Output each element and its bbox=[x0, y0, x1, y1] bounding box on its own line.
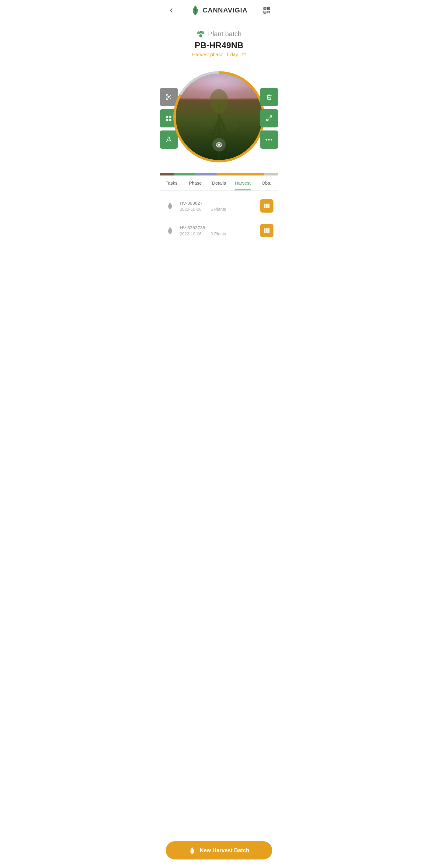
harvest-info-1: HV-383627 2022-10-06 5 Plants bbox=[180, 200, 256, 212]
expand-button[interactable] bbox=[260, 109, 278, 127]
svg-rect-6 bbox=[269, 12, 270, 13]
harvest-action-button-1[interactable] bbox=[260, 199, 274, 213]
harvest-leaf-icon-2 bbox=[164, 225, 176, 236]
more-button[interactable]: ••• bbox=[260, 130, 278, 149]
svg-point-13 bbox=[199, 31, 202, 33]
svg-rect-38 bbox=[269, 204, 270, 208]
more-dots-icon: ••• bbox=[265, 136, 273, 143]
svg-rect-20 bbox=[169, 116, 171, 118]
svg-point-12 bbox=[199, 34, 202, 37]
svg-rect-5 bbox=[268, 12, 268, 13]
flask-icon bbox=[165, 136, 172, 143]
harvest-item-1: HV-383627 2022-10-06 5 Plants bbox=[160, 194, 278, 218]
logo-leaf-icon bbox=[190, 5, 200, 16]
tab-harvest[interactable]: Harvest bbox=[231, 176, 255, 190]
plant-batch-icon bbox=[196, 30, 205, 38]
harvest-plants-2: 0 Plants bbox=[211, 231, 226, 236]
harvest-action-button-2[interactable] bbox=[260, 224, 274, 237]
phase-progress-bar bbox=[160, 173, 278, 176]
plant-image-container[interactable] bbox=[174, 71, 264, 162]
harvest-date-2: 2022-10-06 bbox=[180, 231, 202, 236]
harvest-meta-2: 2022-10-06 0 Plants bbox=[180, 231, 256, 236]
svg-rect-4 bbox=[269, 11, 270, 12]
svg-point-25 bbox=[210, 89, 228, 114]
svg-point-26 bbox=[199, 117, 214, 129]
progress-segment-5 bbox=[264, 173, 278, 176]
title-section: Plant batch PB-HR49NB Harvest phase: 1 d… bbox=[160, 21, 278, 64]
svg-line-18 bbox=[167, 96, 169, 97]
barcode-icon-1 bbox=[263, 203, 270, 209]
progress-segment-4 bbox=[217, 173, 264, 176]
tab-bar: Tasks Phase Details Harvest Obs. bbox=[160, 176, 278, 191]
svg-rect-44 bbox=[268, 228, 269, 233]
harvest-id-1: HV-383627 bbox=[180, 200, 256, 206]
batch-id: PB-HR49NB bbox=[166, 40, 272, 50]
harvest-leaf-icon-1 bbox=[164, 200, 176, 211]
right-action-buttons: ••• bbox=[260, 88, 278, 149]
progress-segment-3 bbox=[195, 173, 217, 176]
plant-batch-label: Plant batch bbox=[166, 30, 272, 38]
bottom-spacer bbox=[160, 246, 278, 276]
wheat-icon-2 bbox=[166, 226, 174, 235]
cta-label: New Harvest Batch bbox=[199, 847, 249, 854]
expand-icon bbox=[266, 115, 273, 122]
tab-phase[interactable]: Phase bbox=[183, 176, 207, 190]
svg-rect-22 bbox=[169, 119, 171, 121]
progress-segment-1 bbox=[160, 173, 174, 176]
harvest-meta-1: 2022-10-06 5 Plants bbox=[180, 207, 256, 212]
delete-button[interactable] bbox=[260, 88, 278, 106]
bottom-cta-container: New Harvest Batch bbox=[160, 836, 278, 868]
progress-ring bbox=[174, 71, 264, 162]
tab-details[interactable]: Details bbox=[207, 176, 231, 190]
svg-rect-41 bbox=[265, 228, 265, 233]
harvest-date-1: 2022-10-06 bbox=[180, 207, 202, 212]
harvest-info-2: HV-8363736 2022-10-06 0 Plants bbox=[180, 225, 256, 236]
svg-point-14 bbox=[166, 95, 168, 96]
qr-icon bbox=[263, 6, 271, 14]
svg-rect-40 bbox=[264, 228, 265, 233]
svg-point-29 bbox=[218, 144, 220, 146]
harvest-item-2: HV-8363736 2022-10-06 0 Plants bbox=[160, 218, 278, 243]
tab-obs[interactable]: Obs. bbox=[255, 176, 278, 190]
svg-rect-21 bbox=[166, 119, 168, 121]
svg-point-15 bbox=[166, 98, 168, 100]
harvest-list: HV-383627 2022-10-06 5 Plants bbox=[160, 191, 278, 246]
svg-line-17 bbox=[169, 98, 171, 99]
svg-rect-34 bbox=[265, 204, 265, 208]
new-harvest-batch-button[interactable]: New Harvest Batch bbox=[166, 841, 272, 860]
scissors-icon bbox=[165, 94, 172, 100]
trash-icon bbox=[266, 94, 272, 100]
svg-rect-33 bbox=[264, 204, 265, 208]
tab-tasks[interactable]: Tasks bbox=[160, 176, 183, 190]
svg-rect-35 bbox=[266, 204, 267, 208]
progress-segment-2 bbox=[174, 173, 195, 176]
harvest-plants-1: 5 Plants bbox=[211, 207, 226, 212]
harvest-cta-icon bbox=[189, 847, 196, 854]
svg-rect-8 bbox=[268, 8, 269, 9]
svg-rect-37 bbox=[268, 204, 269, 208]
svg-rect-19 bbox=[166, 116, 168, 118]
barcode-icon-2 bbox=[263, 227, 270, 234]
wheat-icon bbox=[166, 202, 174, 210]
grid-icon bbox=[165, 115, 172, 122]
qr-button[interactable] bbox=[261, 5, 272, 16]
svg-rect-45 bbox=[269, 228, 270, 233]
svg-rect-9 bbox=[264, 11, 265, 12]
back-button[interactable] bbox=[166, 5, 177, 16]
logo: CANNAVIGIA bbox=[190, 5, 248, 16]
svg-rect-42 bbox=[266, 228, 267, 233]
svg-point-27 bbox=[224, 120, 238, 132]
image-section: ••• bbox=[160, 64, 278, 173]
harvest-id-2: HV-8363736 bbox=[180, 225, 256, 230]
eye-icon bbox=[215, 141, 223, 148]
plant-image bbox=[176, 73, 262, 160]
svg-rect-3 bbox=[268, 11, 268, 12]
view-button[interactable] bbox=[212, 138, 226, 151]
harvest-phase-text: Harvest phase: 1 day left bbox=[166, 52, 272, 58]
app-header: CANNAVIGIA bbox=[160, 0, 278, 21]
logo-text: CANNAVIGIA bbox=[202, 6, 248, 14]
svg-rect-7 bbox=[264, 8, 265, 9]
